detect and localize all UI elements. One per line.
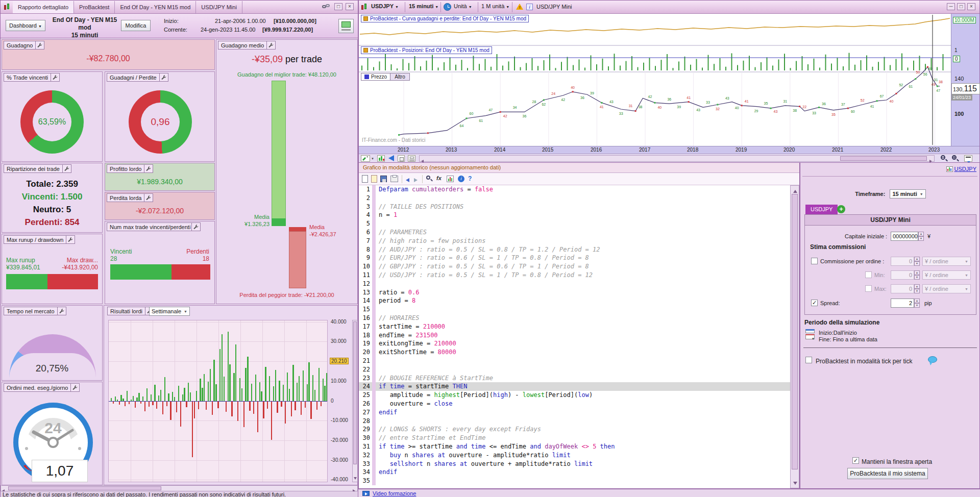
code-line[interactable]: 1Defparam cumulateorders = false [359, 185, 790, 194]
code-line[interactable]: 9// EUR/JPY : ratio = 0.6 / SL = 1 / TP … [359, 254, 790, 262]
print-icon[interactable] [408, 155, 415, 162]
close-button[interactable]: × [346, 3, 354, 10]
draw-tool-icon[interactable] [361, 155, 370, 162]
dashboard-dropdown[interactable]: Dashboard ▼ [6, 20, 45, 31]
warning-icon[interactable]: ! [516, 4, 523, 11]
search-icon[interactable] [426, 176, 433, 182]
panel-timeframe-dropdown[interactable]: 15 minuti▼ [890, 189, 925, 198]
chart-close-button[interactable]: × [967, 3, 975, 10]
tab-altro[interactable]: Altro [390, 73, 410, 81]
code-line[interactable]: 27endif [359, 408, 790, 417]
tick-mode-checkbox[interactable] [805, 357, 812, 363]
code-line[interactable]: 12 [359, 280, 790, 288]
open-doc-icon[interactable] [371, 175, 377, 183]
chart-hscrollbar[interactable] [419, 155, 935, 162]
spread-checkbox[interactable]: ✓ [811, 300, 818, 306]
zoom-in-icon[interactable] [952, 155, 959, 162]
min-unit-combo[interactable]: ¥ / ordine▼ [922, 270, 971, 280]
report-settings-icon[interactable] [338, 19, 354, 33]
max-input[interactable]: 0 [891, 284, 914, 293]
equity-curve-label[interactable]: ProBacktest - Curva guadagni e perdite: … [361, 15, 529, 22]
code-line[interactable]: 2 [359, 194, 790, 203]
info-circle-icon[interactable]: i [458, 176, 464, 182]
wrench-icon[interactable] [51, 73, 59, 81]
chart-minimize-button[interactable]: ─ [947, 3, 955, 10]
calendar-icon[interactable]: ▼ [805, 329, 816, 339]
code-line[interactable]: 23// BOUGIE REFERENCE à StartTime [359, 374, 790, 383]
duplicate-icon[interactable] [398, 155, 405, 162]
code-line[interactable]: 22 [359, 365, 790, 374]
code-line[interactable]: 33 sellshort n shares at ouverture + amp… [359, 460, 790, 468]
wrench-icon[interactable] [191, 223, 200, 231]
code-line[interactable]: 4n = 1 [359, 211, 790, 219]
chart-insert-icon[interactable] [447, 176, 454, 182]
tab-probacktest[interactable]: ProBacktest [74, 1, 115, 13]
link-icon[interactable] [322, 3, 330, 10]
risultati-period-dropdown[interactable]: Settimanale▼ [149, 307, 190, 316]
wrench-icon[interactable] [70, 384, 79, 391]
commissione-input[interactable]: 0 [891, 257, 914, 266]
code-line[interactable]: 7// high ratio = few positions [359, 237, 790, 245]
price-chart[interactable]: 6460614742343628622442403639414333313842… [359, 14, 951, 146]
positions-label[interactable]: ProBacktest - Posizioni: End Of Day - YE… [361, 46, 492, 54]
redo-icon[interactable] [414, 177, 418, 183]
code-line[interactable]: 26 ouverture = close [359, 400, 790, 408]
undo-icon[interactable] [406, 177, 409, 183]
help-icon[interactable]: ? [468, 175, 472, 182]
code-line[interactable]: 6// PARAMETRES [359, 228, 790, 237]
code-line[interactable]: 35 [359, 477, 790, 485]
min-spinner[interactable]: ▲▼ [914, 270, 920, 280]
restore-button[interactable]: □ [334, 3, 342, 10]
video-formazione-link[interactable]: Video formazione [373, 490, 416, 496]
code-line[interactable]: 14period = 8 [359, 296, 790, 305]
wrench-icon[interactable] [62, 165, 71, 172]
wrench-icon[interactable] [57, 307, 66, 315]
symbol-link[interactable]: USDJPY [954, 166, 976, 172]
max-checkbox[interactable] [865, 285, 872, 292]
code-line[interactable]: 20exitShortTime = 80000 [359, 348, 790, 357]
tick-help-bubble-icon[interactable] [928, 356, 937, 363]
munit-dropdown[interactable]: 1 M unità ▼ [481, 3, 509, 9]
code-line[interactable]: 11// USD/JPY : ratio = 0.5 / SL = 1 / TP… [359, 271, 790, 280]
wrench-icon[interactable] [144, 194, 153, 202]
max-spinner[interactable]: ▲▼ [914, 284, 920, 293]
code-line[interactable]: 13ratio = 0.6 [359, 288, 790, 297]
tab-end-of-day[interactable]: End Of Day - YEN M15 mod [115, 1, 196, 13]
code-line[interactable]: 24if time = startTime THEN [359, 382, 790, 391]
code-line[interactable]: 3// TAILLE DES POSITIONS [359, 203, 790, 211]
tab-prezzo[interactable]: Prezzo [361, 73, 390, 81]
save-icon[interactable] [380, 176, 387, 182]
mantieni-checkbox[interactable]: ✓ [852, 457, 859, 464]
symbol-dropdown[interactable]: USDJPY ▼ [371, 3, 399, 9]
max-unit-combo[interactable]: ¥ / ordine▼ [922, 284, 971, 293]
risultati-vscrollbar[interactable] [352, 320, 358, 482]
commissione-unit-combo[interactable]: ¥ / ordine▼ [922, 257, 971, 266]
code-line[interactable]: 28 [359, 417, 790, 426]
draw-tool-dropdown[interactable]: ▼ [371, 157, 374, 160]
add-symbol-button[interactable]: + [837, 205, 845, 213]
min-input[interactable]: 0 [891, 270, 914, 280]
expand-down-icon[interactable] [964, 155, 972, 162]
min-checkbox[interactable] [865, 271, 872, 278]
code-line[interactable]: 16// HORAIRES [359, 314, 790, 322]
code-line[interactable]: 25 amplitude = highest[Period](high) - l… [359, 391, 790, 400]
chart-restore-button[interactable]: □ [957, 3, 965, 10]
spread-input[interactable]: 2 [891, 299, 914, 308]
back-arrow-icon[interactable] [388, 155, 394, 162]
code-line[interactable]: 30// entre StartTime et EndTime [359, 434, 790, 442]
code-vscrollbar[interactable] [790, 185, 799, 488]
code-line[interactable]: 10// GBP/JPY : ratio = 0.5 / SL = 0.6 / … [359, 262, 790, 271]
code-line[interactable]: 21 [359, 357, 790, 365]
commissione-spinner[interactable]: ▲▼ [914, 257, 920, 266]
wrench-icon[interactable] [144, 165, 153, 172]
code-line[interactable]: 34endif [359, 468, 790, 477]
code-line[interactable]: 5 [359, 219, 790, 228]
capitale-spinner[interactable]: ▲▼ [918, 232, 924, 241]
fx-icon[interactable]: fx [436, 175, 442, 181]
wrench-icon[interactable] [266, 41, 275, 49]
spread-spinner[interactable]: ▲▼ [914, 299, 920, 308]
unit-dropdown[interactable]: Unità ▼ [454, 3, 472, 9]
timeframe-dropdown[interactable]: 15 minuti ▼ [409, 3, 438, 9]
code-line[interactable]: 18endTime = 231500 [359, 331, 790, 340]
code-line[interactable]: 19exitLongTime = 210000 [359, 339, 790, 348]
